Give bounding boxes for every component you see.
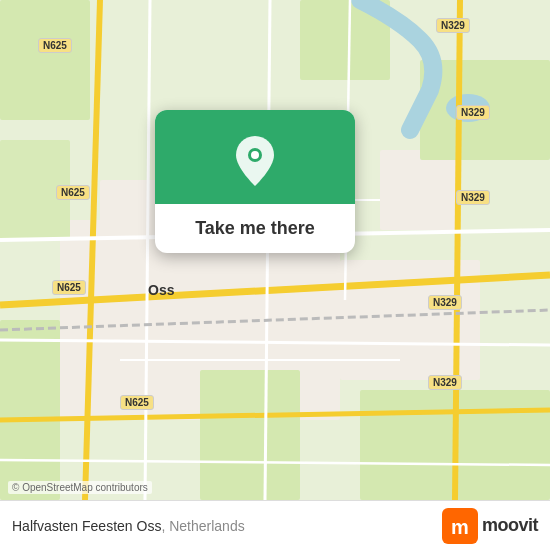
city-label: Oss: [148, 282, 174, 298]
location-pin-icon: [233, 134, 277, 188]
route-badge-n329-1: N329: [436, 18, 470, 33]
route-badge-n625-2: N625: [56, 185, 90, 200]
take-me-there-button[interactable]: Take me there: [155, 204, 355, 253]
route-badge-n329-3: N329: [456, 190, 490, 205]
svg-rect-10: [200, 370, 300, 500]
map-copyright: © OpenStreetMap contributors: [8, 481, 152, 494]
map-view: N625 N625 N625 N625 N329 N329 N329 N329 …: [0, 0, 550, 500]
footer-bar: Halfvasten Feesten Oss, Netherlands m mo…: [0, 500, 550, 550]
moovit-icon: m: [442, 508, 478, 544]
location-name: Halfvasten Feesten Oss, Netherlands: [12, 518, 442, 534]
popup-green-section: [155, 110, 355, 204]
route-badge-n625-4: N625: [120, 395, 154, 410]
svg-text:m: m: [451, 516, 469, 538]
route-badge-n329-5: N329: [428, 375, 462, 390]
route-badge-n329-2: N329: [456, 105, 490, 120]
popup-card: Take me there: [155, 110, 355, 253]
svg-rect-8: [0, 320, 60, 500]
route-badge-n625-1: N625: [38, 38, 72, 53]
route-badge-n625-3: N625: [52, 280, 86, 295]
route-badge-n329-4: N329: [428, 295, 462, 310]
svg-rect-5: [0, 0, 90, 120]
moovit-text: moovit: [482, 515, 538, 536]
svg-rect-4: [380, 150, 460, 230]
moovit-logo: m moovit: [442, 508, 538, 544]
svg-point-27: [251, 151, 259, 159]
